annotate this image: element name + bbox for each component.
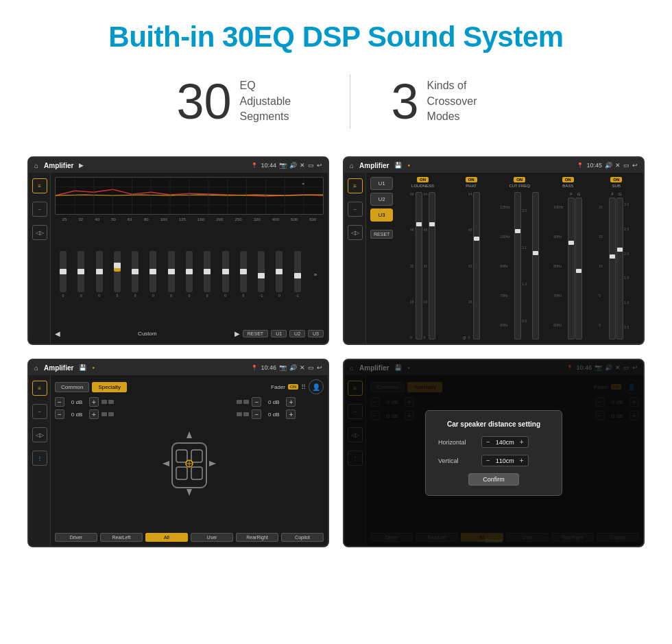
vol-sidebar-btn[interactable]: ◁▷ xyxy=(32,225,47,240)
eq-slider-11[interactable]: -1 xyxy=(253,251,269,298)
plus-btn-br[interactable]: + xyxy=(286,409,296,419)
car-diagram-area xyxy=(146,397,233,530)
u2-btn[interactable]: U2 xyxy=(289,330,305,337)
user-avatar[interactable]: 👤 xyxy=(309,379,324,394)
val-bl: 0 dB xyxy=(67,412,86,418)
all-btn[interactable]: All xyxy=(145,533,188,542)
confirm-button[interactable]: Confirm xyxy=(468,473,519,486)
eq-slider-0[interactable]: 0 xyxy=(55,251,71,298)
fader-slider[interactable]: ⠿ xyxy=(301,383,306,391)
dsp-reset-btn[interactable]: RESET xyxy=(370,230,393,239)
eq-slider-3[interactable]: 5 xyxy=(109,251,125,298)
back-icon-2[interactable]: ↩ xyxy=(632,162,638,169)
u3-btn[interactable]: U3 xyxy=(308,330,324,337)
location-icon: 📍 xyxy=(251,163,258,169)
save-icon-2[interactable]: 💾 xyxy=(394,162,402,169)
vertical-input-group: − 110cm + xyxy=(481,455,529,466)
eq-sidebar-btn[interactable]: ≡ xyxy=(32,178,47,193)
rearright-btn[interactable]: RearRight xyxy=(236,533,278,542)
volume-icon-2[interactable]: 🔊 xyxy=(605,162,612,169)
user-btn[interactable]: User xyxy=(191,533,233,542)
dsp-u1-btn[interactable]: U1 xyxy=(370,177,393,190)
home-icon-3[interactable]: ⌂ xyxy=(34,364,38,372)
vol-sidebar-btn-2[interactable]: ◁▷ xyxy=(348,225,363,240)
screen-icon[interactable]: ▭ xyxy=(308,162,314,169)
eq-slider-10[interactable]: 0 xyxy=(235,251,252,298)
volume-icon[interactable]: 🔊 xyxy=(289,162,297,169)
screen2-topbar: ⌂ Amplifier 💾 ● 📍 10:45 🔊 ✕ ▭ ↩ xyxy=(344,158,643,173)
copilot-btn[interactable]: Copilot xyxy=(281,533,324,542)
rearleft-btn[interactable]: RearLeft xyxy=(100,533,143,542)
horizontal-label: Horizontal xyxy=(438,439,476,446)
horizontal-plus-btn[interactable]: + xyxy=(520,438,524,446)
eq-slider-2[interactable]: 0 xyxy=(91,251,108,298)
close-icon-3[interactable]: ✕ xyxy=(300,364,305,371)
horizontal-minus-btn[interactable]: − xyxy=(486,438,490,446)
minus-btn-tl[interactable]: − xyxy=(55,397,64,407)
crossover-desc: Kinds of Crossover Modes xyxy=(427,78,496,124)
spec-row-br: − 0 dB + xyxy=(237,409,324,419)
val-tl: 0 dB xyxy=(67,399,86,405)
screen3-topbar: ⌂ Amplifier 💾 ● 📍 10:46 📷 🔊 ✕ ▭ ↩ xyxy=(29,360,328,375)
eq-slider-12[interactable]: 0 xyxy=(271,251,287,298)
wave-sidebar-btn-2[interactable]: ~ xyxy=(348,202,363,217)
specialty-tab[interactable]: Specialty xyxy=(92,382,126,392)
location-icon-2: 📍 xyxy=(577,163,584,169)
horizontal-value: 140cm xyxy=(493,439,517,446)
save-icon-3[interactable]: 💾 xyxy=(79,364,86,371)
vertical-minus-btn[interactable]: − xyxy=(486,457,490,464)
minus-btn-tr[interactable]: − xyxy=(252,397,261,407)
eq-sidebar-btn-2[interactable]: ≡ xyxy=(348,178,363,193)
back-icon[interactable]: ↩ xyxy=(317,162,322,169)
spec-row-tr: − 0 dB + xyxy=(237,397,324,407)
minus-btn-br[interactable]: − xyxy=(252,409,261,419)
eq-desc: EQ Adjustable Segments xyxy=(240,78,309,124)
eq-slider-5[interactable]: 0 xyxy=(145,251,161,298)
screen1-sidebar: ≡ ~ ◁▷ xyxy=(29,173,51,344)
eq-prev-btn[interactable]: ◀ xyxy=(55,330,60,337)
vol-sidebar-btn-3[interactable]: ◁▷ xyxy=(32,427,47,442)
wave-sidebar-btn[interactable]: ~ xyxy=(32,202,47,217)
eq-slider-13[interactable]: -1 xyxy=(289,251,305,298)
u1-btn[interactable]: U1 xyxy=(271,330,287,337)
dialog-title: Car speaker distance setting xyxy=(438,420,549,428)
minus-btn-bl[interactable]: − xyxy=(55,409,64,419)
close-icon[interactable]: ✕ xyxy=(300,162,305,169)
fader-on-badge[interactable]: ON xyxy=(288,384,298,390)
screen-3-specialty: ⌂ Amplifier 💾 ● 📍 10:46 📷 🔊 ✕ ▭ ↩ ≡ xyxy=(27,359,329,547)
screen-icon-3[interactable]: ▭ xyxy=(308,364,314,371)
camera-icon-3[interactable]: 📷 xyxy=(279,364,287,371)
vertical-plus-btn[interactable]: + xyxy=(520,457,524,464)
eq-slider-1[interactable]: 0 xyxy=(73,251,89,298)
bt-sidebar-btn-3[interactable]: ⋮ xyxy=(32,451,47,466)
plus-btn-tl[interactable]: + xyxy=(89,397,99,407)
dsp-bass: ON BASS 100Hz90Hz80Hz70Hz60Hz F xyxy=(545,177,591,339)
dsp-u3-btn[interactable]: U3 xyxy=(370,208,393,222)
spec-bottom-bar: Driver RearLeft All User RearRight Copil… xyxy=(55,533,324,542)
reset-btn[interactable]: RESET xyxy=(243,330,268,337)
plus-btn-bl[interactable]: + xyxy=(89,409,99,419)
driver-btn[interactable]: Driver xyxy=(55,533,97,542)
wave-sidebar-btn-3[interactable]: ~ xyxy=(32,404,47,419)
screen-1-eq: ⌂ Amplifier ▶ 📍 10:44 📷 🔊 ✕ ▭ ↩ ≡ ~ xyxy=(27,156,329,345)
home-icon-2[interactable]: ⌂ xyxy=(350,162,354,169)
screen-icon-2[interactable]: ▭ xyxy=(623,162,629,169)
close-icon-2[interactable]: ✕ xyxy=(615,162,621,169)
eq-slider-7[interactable]: 0 xyxy=(181,251,197,298)
eq-slider-9[interactable]: 0 xyxy=(217,251,233,298)
camera-icon[interactable]: 📷 xyxy=(279,162,287,169)
volume-icon-3[interactable]: 🔊 xyxy=(289,364,297,371)
dsp-u2-btn[interactable]: U2 xyxy=(370,193,393,206)
common-tab[interactable]: Common xyxy=(55,382,89,392)
distance-dialog: Car speaker distance setting Horizontal … xyxy=(425,410,562,496)
eq-next-btn[interactable]: ▶ xyxy=(235,330,240,337)
eq-slider-6[interactable]: 0 xyxy=(163,251,180,298)
play-icon[interactable]: ▶ xyxy=(79,162,84,169)
back-icon-3[interactable]: ↩ xyxy=(317,364,322,371)
plus-btn-tr[interactable]: + xyxy=(286,397,296,407)
eq-sidebar-btn-3[interactable]: ≡ xyxy=(32,381,47,396)
home-icon[interactable]: ⌂ xyxy=(34,162,38,169)
page-wrapper: Buith-in 30EQ DSP Sound System 30 EQ Adj… xyxy=(0,0,672,568)
eq-slider-4[interactable]: 0 xyxy=(127,251,143,298)
eq-slider-8[interactable]: 0 xyxy=(199,251,215,298)
